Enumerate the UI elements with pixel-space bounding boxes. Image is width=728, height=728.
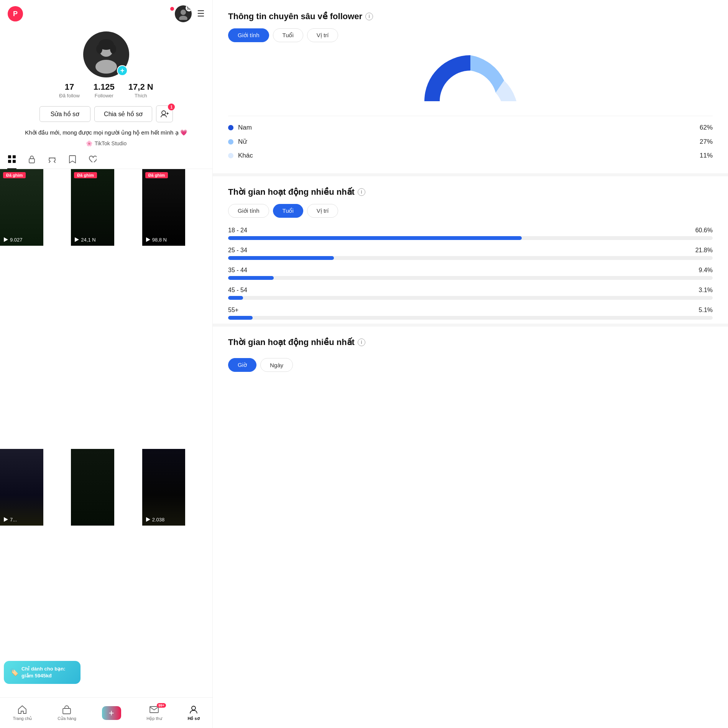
bar-fill-45-54 [228,296,243,300]
svg-rect-12 [13,155,16,158]
bar-fill-55plus [228,316,253,320]
repost-icon [48,155,57,163]
donut-chart [421,51,520,105]
svg-point-1 [179,16,187,20]
svg-rect-11 [8,155,11,158]
video-grid: Đã ghim 9.027 Đã ghim 24,1 N Đã ghim 98,… [0,169,212,728]
bottom-nav: Trang chủ Cửa hàng + 99+ Hộp thư H [0,697,212,728]
legend-item-khac: Khác 11% [228,152,713,159]
pinned-badge-1: Đã ghim [3,172,26,178]
bar-track-25-34 [228,256,713,260]
svg-marker-20 [146,517,150,522]
stat-following: 17 Đã follow [59,82,79,99]
video-tab-repost[interactable] [48,155,57,166]
bar-item-25-34: 25 - 34 21.8% [228,247,713,260]
top-bar: P 52 ☰ [0,0,212,28]
legend-dot-nu [228,139,233,145]
video-tab-grid[interactable] [8,155,16,166]
svg-marker-16 [4,237,8,242]
bottom-tab-hour[interactable]: Giờ [228,358,256,372]
nav-home[interactable]: Trang chủ [13,705,32,721]
edit-profile-button[interactable]: Sửa hồ sơ [39,106,90,122]
active-time-info-icon[interactable]: i [358,188,365,196]
nav-profile[interactable]: Hồ sơ [187,705,199,721]
play-icon-1 [3,237,8,242]
heart-icon [88,155,97,163]
shop-icon [62,705,72,715]
video-thumb-1[interactable]: Đã ghim 9.027 [0,169,43,246]
add-friend-button[interactable]: 1 [156,105,173,122]
svg-point-0 [181,10,186,15]
pinned-badge-2: Đã ghim [74,172,97,178]
bar-fill-25-34 [228,256,334,260]
nav-create[interactable]: + [102,706,121,720]
svg-point-7 [110,44,116,54]
svg-marker-17 [75,237,79,242]
video-thumb-5[interactable] [71,449,114,526]
bottom-tab-day[interactable]: Ngày [260,358,293,372]
legend-item-nam: Nam 62% [228,124,713,131]
insights-info-icon[interactable]: i [365,13,373,20]
inbox-badge: 99+ [157,703,166,708]
bio-text: Khởi đầu mới, mong được mọi người ủng hộ… [25,128,187,137]
profile-section: + 17 Đã follow 1.125 Follower 17,2 N Thí… [0,28,212,152]
top-bar-right: 52 ☰ [175,5,205,22]
donut-chart-wrap [228,51,713,105]
play-icon-4 [3,517,8,522]
avatar-large-wrap: + [83,31,129,77]
video-tabs [0,152,212,169]
bar-item-45-54: 45 - 54 3.1% [228,287,713,300]
tiktok-studio-link[interactable]: 🌸 TikTok Studio [86,140,127,146]
insights-tab-gender[interactable]: Giới tính [228,28,269,42]
top-avatar[interactable]: 52 [175,5,192,22]
play-icon-6 [145,517,151,522]
bar-fill-35-44 [228,276,274,280]
svg-rect-15 [29,159,35,163]
avatar-badge: 52 [186,5,192,12]
section-divider-2 [213,324,728,327]
video-thumb-6[interactable]: 2.038 [142,449,186,526]
play-icon-3 [145,237,151,242]
gender-legend: Nam 62% Nữ 27% Khác 11% [228,116,713,159]
add-friend-badge: 1 [168,104,175,110]
active-time2-title: Thời gian hoạt động nhiều nhất i [228,337,713,347]
svg-rect-21 [63,708,71,714]
profile-nav-icon [189,705,199,715]
platform-icon: P [8,6,23,21]
insights-tab-location[interactable]: Vị trí [307,28,339,42]
active-tab-location[interactable]: Vị trí [307,204,339,218]
svg-point-4 [95,60,117,74]
active-tab-age[interactable]: Tuổi [273,204,303,218]
nav-inbox[interactable]: 99+ Hộp thư [146,705,162,721]
top-bar-left: P [8,6,23,21]
active-time2-info-icon[interactable]: i [358,339,365,346]
video-thumb-4[interactable]: 7... [0,449,43,526]
bar-item-18-24: 18 - 24 60.6% [228,227,713,240]
video-thumb-2[interactable]: Đã ghim 24,1 N [71,169,114,246]
share-profile-button[interactable]: Chia sẻ hồ sơ [94,106,152,122]
video-tab-lock[interactable] [28,155,36,166]
stat-likes: 17,2 N Thích [128,82,153,99]
home-icon [17,705,27,715]
video-tab-heart[interactable] [88,155,97,166]
stats-row: 17 Đã follow 1.125 Follower 17,2 N Thích [59,82,153,99]
insights-tab-age[interactable]: Tuổi [273,28,303,42]
video-tab-liked[interactable] [68,155,77,166]
avatar-add-button[interactable]: + [117,65,128,76]
active-time-title: Thời gian hoạt động nhiều nhất i [228,187,713,197]
hamburger-icon[interactable]: ☰ [197,9,205,19]
pinned-badge-3: Đã ghim [145,172,168,178]
bookmark-icon [68,155,77,163]
video-plays-1: 9.027 [3,237,23,243]
promo-banner[interactable]: 🏷️ Chỉ dành cho bạn: giảm 5945kđ [4,661,81,684]
insights-title: Thông tin chuyên sâu về follower i [228,12,713,21]
notification-dot [170,7,174,11]
insights-filter-tabs: Giới tính Tuổi Vị trí [228,28,713,42]
right-panel: Thông tin chuyên sâu về follower i Giới … [213,0,728,728]
nav-plus-icon: + [102,706,121,720]
svg-point-22 [192,706,196,710]
video-thumb-3[interactable]: Đã ghim 98,8 N [142,169,186,246]
active-tab-gender[interactable]: Giới tính [228,204,269,218]
nav-shop[interactable]: Cửa hàng [58,705,76,721]
action-buttons: Sửa hồ sơ Chia sẻ hồ sơ 1 [39,105,173,122]
